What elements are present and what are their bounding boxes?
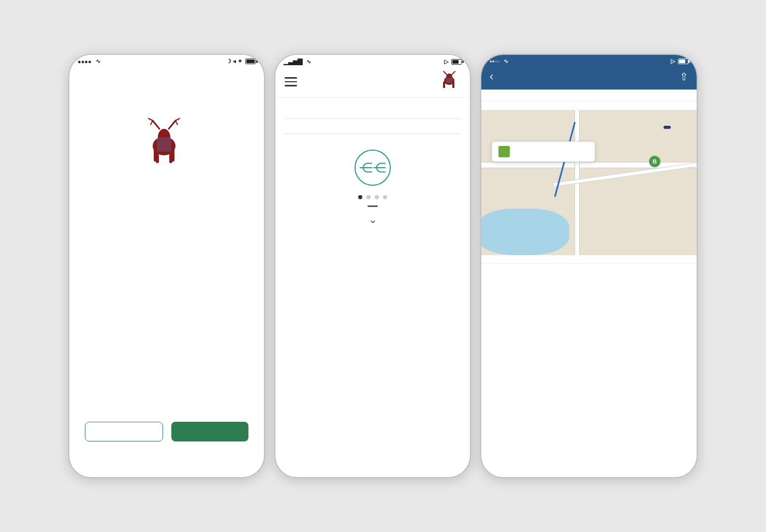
events-tabs xyxy=(481,101,697,110)
battery3-section: ▷ xyxy=(671,58,688,65)
screen1-phone: ●●●● ∿ ☽ ◂ ✦ xyxy=(68,54,265,478)
logo-area xyxy=(138,117,195,202)
svg-line-21 xyxy=(451,71,455,75)
battery2-fill xyxy=(452,60,459,64)
location2-icon: ▷ xyxy=(444,58,448,65)
battery2-icon xyxy=(451,59,462,65)
tooltip-b-badge xyxy=(498,146,510,157)
wifi-icon: ∿ xyxy=(96,58,100,65)
dot-1 xyxy=(358,195,362,199)
battery2-section: ▷ xyxy=(444,58,462,65)
map-area: B xyxy=(481,110,697,255)
svg-line-13 xyxy=(175,121,178,125)
bluetooth-icon: ✦ xyxy=(238,58,242,65)
hamburger-line3 xyxy=(285,85,297,86)
screen2-status-bar: ▁▃▅▇ ∿ ▷ xyxy=(275,55,470,66)
wifi2-icon: ∿ xyxy=(306,58,311,65)
stop-badge xyxy=(664,126,671,129)
metrics-row xyxy=(285,108,461,110)
dot-3 xyxy=(375,195,379,199)
svg-point-6 xyxy=(160,129,168,137)
chevron-down-icon[interactable]: ⌄ xyxy=(285,213,461,226)
stats-row xyxy=(285,119,461,134)
active-indicator xyxy=(367,205,378,207)
map-water xyxy=(481,209,569,255)
location3-icon: ▷ xyxy=(671,58,675,65)
hamburger-line1 xyxy=(285,77,297,79)
trip-info xyxy=(481,90,697,101)
learn-more-button[interactable] xyxy=(85,422,163,441)
battery-fill xyxy=(246,60,255,63)
screen2-body: ⋲⋲ ⌄ xyxy=(275,98,470,236)
braking-b-map-badge: B xyxy=(649,156,660,167)
screen2-header xyxy=(275,66,470,98)
deer-icon xyxy=(138,117,195,174)
get-started-button[interactable] xyxy=(171,422,248,441)
battery3-icon xyxy=(678,58,688,64)
svg-line-8 xyxy=(149,119,153,121)
wifi3-icon: ∿ xyxy=(504,58,508,65)
svg-rect-3 xyxy=(169,154,172,163)
pagination-dots xyxy=(285,195,461,199)
last-trip-section: ⋲⋲ ⌄ xyxy=(285,150,461,226)
back-button[interactable]: ‹ xyxy=(490,70,493,83)
signal-dots-icon: ●●●● xyxy=(78,58,92,65)
braking-symbol: ⋲⋲ xyxy=(359,160,386,176)
svg-rect-22 xyxy=(446,78,452,83)
moon-icon: ☽ xyxy=(226,58,231,65)
battery-icon xyxy=(245,58,256,64)
hamburger-line2 xyxy=(285,81,297,83)
braking-icon: ⋲⋲ xyxy=(355,150,391,186)
location-icon: ◂ xyxy=(233,58,236,65)
share-button[interactable]: ⇧ xyxy=(680,70,688,83)
screen1-body xyxy=(69,66,264,472)
dot-4 xyxy=(383,195,387,199)
svg-rect-15 xyxy=(157,137,171,152)
screen2-phone: ▁▃▅▇ ∿ ▷ xyxy=(274,54,471,478)
trip-header: ‹ ⇧ xyxy=(481,66,697,90)
svg-line-9 xyxy=(151,121,153,125)
screen1-status-bar: ●●●● ∿ ☽ ◂ ✦ xyxy=(69,55,264,66)
trip-info-section xyxy=(481,90,697,101)
svg-rect-2 xyxy=(156,154,159,163)
menu-button[interactable] xyxy=(285,77,297,86)
trip-data-header xyxy=(481,255,697,264)
header-deer-icon xyxy=(438,70,461,93)
svg-line-20 xyxy=(444,71,447,75)
signal3-dots: ●●○○ xyxy=(490,59,499,64)
braking-tooltip xyxy=(492,141,595,162)
battery3-fill xyxy=(679,60,685,63)
bottom-buttons xyxy=(85,422,248,441)
battery3-tip xyxy=(688,60,690,63)
svg-line-12 xyxy=(175,119,180,121)
screen3-phone: ●●○○ ∿ ▷ ‹ ⇧ xyxy=(480,54,698,478)
battery-section: ☽ ◂ ✦ xyxy=(226,58,256,65)
hartford-logo xyxy=(138,117,195,174)
screen3-status-bar: ●●○○ ∿ ▷ xyxy=(481,55,697,66)
signal-bars-icon: ▁▃▅▇ xyxy=(284,58,302,65)
dot-2 xyxy=(366,195,371,199)
